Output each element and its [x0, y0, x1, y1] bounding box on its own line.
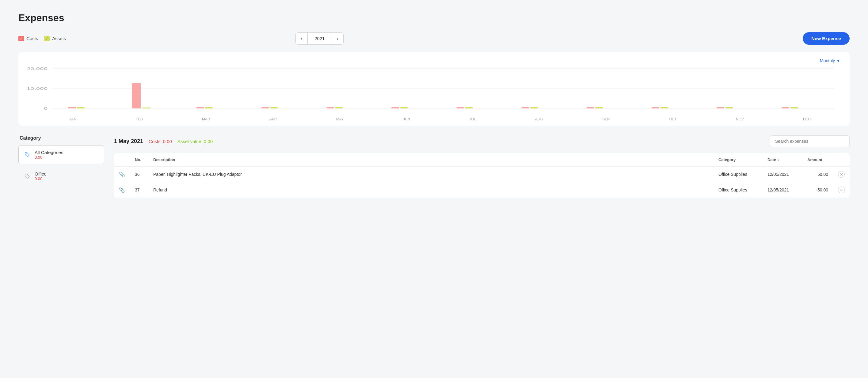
table-row: 📎 37 Refund Office Supplies 12/05/2021 -… — [114, 182, 849, 198]
svg-rect-15 — [335, 107, 343, 108]
year-next-button[interactable]: › — [332, 33, 343, 44]
category-item-all[interactable]: All Categories 0.00 — [19, 145, 104, 164]
svg-rect-8 — [132, 83, 141, 108]
svg-rect-20 — [522, 107, 529, 108]
col-header-description: Description — [148, 153, 714, 167]
year-prev-button[interactable]: ‹ — [296, 33, 307, 44]
x-label-jan: JAN — [69, 117, 76, 121]
svg-rect-24 — [652, 107, 659, 108]
summary-date: 1 May 2021 — [114, 138, 143, 145]
col-header-category: Category — [714, 153, 763, 167]
category-item-office[interactable]: Office 0.00 — [19, 167, 104, 186]
row1-action[interactable]: ✕ — [833, 167, 849, 182]
x-label-may: MAY — [336, 117, 344, 121]
category-info-all: All Categories 0.00 — [35, 150, 63, 160]
x-label-jun: JUN — [403, 117, 410, 121]
svg-rect-7 — [77, 107, 84, 108]
expenses-table: No. Description Category Date ↓ Amount 📎 — [114, 153, 849, 197]
assets-checkbox[interactable]: ✓ — [44, 36, 50, 41]
summary-costs: Costs: 0.00 — [149, 139, 172, 144]
chart-controls: Monthly ▼ — [28, 58, 840, 63]
summary-asset: Asset value: 0.00 — [178, 139, 213, 144]
assets-checkbox-label[interactable]: ✓ Assets — [44, 36, 66, 41]
tag-icon-all — [24, 151, 31, 158]
category-amount-all: 0.00 — [35, 155, 63, 160]
year-navigator: ‹ 2021 › — [296, 32, 344, 45]
svg-rect-19 — [465, 107, 473, 108]
date-info: 1 May 2021 Costs: 0.00 Asset value: 0.00 — [114, 138, 213, 145]
col-header-action — [833, 153, 849, 167]
delete-button[interactable]: ✕ — [838, 187, 845, 193]
svg-rect-23 — [595, 107, 602, 108]
svg-rect-10 — [196, 107, 204, 108]
svg-point-31 — [26, 175, 27, 176]
monthly-label: Monthly — [820, 58, 835, 63]
svg-rect-27 — [725, 107, 733, 108]
monthly-view-button[interactable]: Monthly ▼ — [820, 58, 840, 63]
svg-rect-13 — [270, 107, 278, 108]
costs-checkbox-label[interactable]: ✓ Costs — [19, 36, 38, 41]
x-label-sep: SEP — [602, 117, 610, 121]
category-amount-office: 0.00 — [35, 177, 46, 181]
x-label-mar: MAR — [202, 117, 210, 121]
category-name-all: All Categories — [35, 150, 63, 155]
x-label-jul: JUL — [469, 117, 476, 121]
svg-rect-26 — [717, 107, 724, 108]
table-row: 📎 36 Paper, Highlighter Packs, UK-EU Plu… — [114, 167, 849, 182]
costs-checkbox[interactable]: ✓ — [19, 36, 24, 41]
date-sort-control[interactable]: Date ↓ — [768, 157, 779, 162]
svg-rect-22 — [587, 107, 594, 108]
row1-category: Office Supplies — [714, 167, 763, 182]
svg-rect-18 — [456, 107, 464, 108]
svg-rect-17 — [400, 107, 408, 108]
row2-date: 12/05/2021 — [763, 182, 802, 198]
svg-rect-28 — [781, 107, 789, 108]
legend-group: ✓ Costs ✓ Assets — [19, 36, 66, 41]
svg-rect-14 — [327, 107, 334, 108]
paperclip-icon: 📎 — [119, 172, 125, 177]
row2-category: Office Supplies — [714, 182, 763, 198]
page-title: Expenses — [19, 12, 849, 24]
paperclip-icon: 📎 — [119, 187, 125, 193]
svg-rect-6 — [68, 107, 76, 108]
chart-svg: 20,000 10,000 0 — [28, 66, 840, 115]
x-label-apr: APR — [270, 117, 277, 121]
svg-rect-16 — [392, 107, 399, 108]
category-name-office: Office — [35, 171, 46, 177]
col-header-no: No. — [130, 153, 148, 167]
x-label-oct: OCT — [669, 117, 676, 121]
table-body: 📎 36 Paper, Highlighter Packs, UK-EU Plu… — [114, 167, 849, 198]
row2-no: 37 — [130, 182, 148, 198]
col-header-date[interactable]: Date ↓ — [763, 153, 802, 167]
chart-area: 20,000 10,000 0 — [28, 66, 840, 121]
row1-date: 12/05/2021 — [763, 167, 802, 182]
search-input[interactable] — [770, 135, 849, 147]
toolbar: ✓ Costs ✓ Assets ‹ 2021 › New Expense — [19, 32, 849, 45]
year-display: 2021 — [307, 33, 332, 44]
row2-attach[interactable]: 📎 — [114, 182, 130, 198]
table-header: No. Description Category Date ↓ Amount — [114, 153, 849, 167]
svg-rect-21 — [530, 107, 537, 108]
expenses-header: 1 May 2021 Costs: 0.00 Asset value: 0.00 — [114, 135, 849, 147]
bottom-section: Category All Categories 0.00 O — [19, 135, 849, 197]
x-label-nov: NOV — [736, 117, 744, 121]
svg-text:10,000: 10,000 — [28, 87, 48, 90]
row1-attach[interactable]: 📎 — [114, 167, 130, 182]
x-label-dec: DEC — [803, 117, 811, 121]
tag-icon-office — [24, 172, 31, 180]
svg-rect-11 — [205, 107, 212, 108]
svg-rect-29 — [790, 107, 798, 108]
svg-text:20,000: 20,000 — [28, 67, 48, 70]
new-expense-button[interactable]: New Expense — [803, 32, 849, 45]
chart-x-labels: JAN FEB MAR APR MAY JUN JUL AUG SEP OCT … — [28, 116, 840, 121]
chart-container: Monthly ▼ 20,000 10,000 0 — [19, 52, 849, 126]
delete-button[interactable]: ✕ — [838, 171, 845, 178]
row2-action[interactable]: ✕ — [833, 182, 849, 198]
chevron-down-icon: ▼ — [836, 58, 840, 63]
col-header-amount: Amount — [802, 153, 833, 167]
sort-arrow-icon: ↓ — [777, 158, 779, 162]
category-panel-title: Category — [19, 135, 104, 141]
svg-rect-12 — [261, 107, 269, 108]
costs-label: Costs — [26, 36, 38, 41]
x-label-aug: AUG — [535, 117, 543, 121]
